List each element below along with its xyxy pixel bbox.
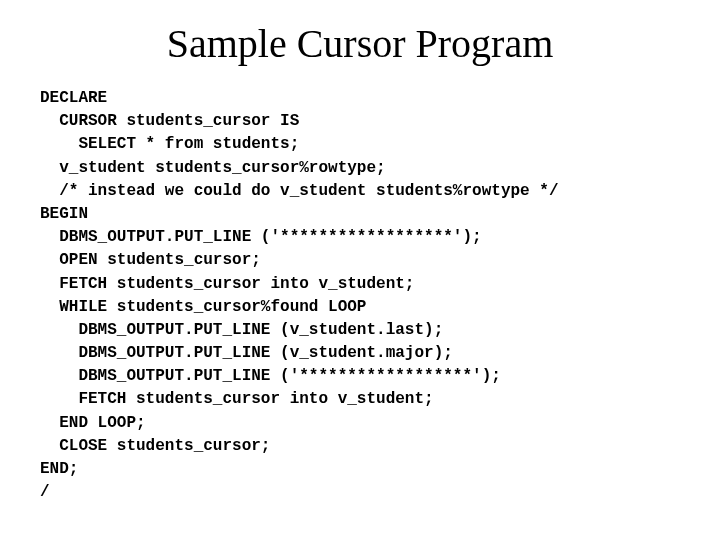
slide-title: Sample Cursor Program xyxy=(40,20,680,67)
slide-content: Sample Cursor Program DECLARE CURSOR stu… xyxy=(0,0,720,514)
code-block: DECLARE CURSOR students_cursor IS SELECT… xyxy=(40,87,680,504)
